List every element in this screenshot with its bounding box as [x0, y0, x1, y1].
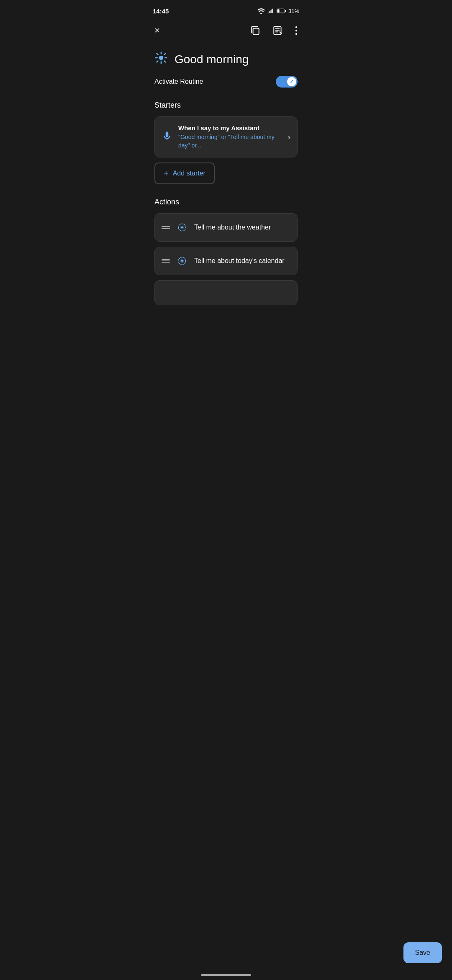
action-card-3-partial — [154, 280, 298, 305]
signal-icon — [267, 8, 274, 14]
assistant-icon-2 — [177, 255, 187, 266]
routine-name: Good morning — [175, 53, 249, 66]
action-text-2: Tell me about today's calendar — [194, 257, 290, 265]
svg-point-7 — [295, 33, 297, 35]
status-icons: 31% — [257, 8, 299, 14]
svg-rect-3 — [253, 28, 259, 35]
starters-section: Starters When I say to my Assistant "Goo… — [154, 101, 298, 184]
drag-line — [162, 226, 170, 227]
drag-line — [162, 259, 170, 260]
toolbar: × — [144, 20, 308, 44]
starter-card-title: When I say to my Assistant — [178, 124, 282, 132]
starter-card-subtitle: "Good morning" or "Tell me about my day"… — [178, 133, 282, 150]
drag-handle-2[interactable] — [162, 259, 170, 263]
svg-rect-2 — [285, 10, 286, 12]
action-card-1[interactable]: Tell me about the weather — [154, 213, 298, 242]
svg-line-14 — [164, 61, 166, 62]
toolbar-right — [248, 23, 299, 38]
routine-title: Good morning — [154, 51, 298, 67]
svg-point-5 — [295, 26, 297, 28]
activate-label: Activate Routine — [154, 78, 203, 85]
svg-rect-4 — [274, 26, 281, 35]
drag-handle-1[interactable] — [162, 226, 170, 229]
svg-point-22 — [181, 260, 183, 262]
wifi-icon — [257, 8, 265, 14]
close-button[interactable]: × — [153, 24, 162, 37]
add-starter-button[interactable]: + Add starter — [154, 162, 215, 184]
add-starter-label: Add starter — [173, 170, 205, 177]
status-bar: 14:45 31% — [144, 0, 308, 20]
svg-line-16 — [157, 61, 158, 62]
microphone-icon — [162, 130, 172, 144]
svg-line-13 — [157, 54, 158, 55]
toolbar-left: × — [153, 24, 162, 37]
starter-card-content: When I say to my Assistant "Good morning… — [178, 124, 282, 150]
action-text-1: Tell me about the weather — [194, 224, 290, 231]
battery-icon — [277, 8, 286, 13]
svg-line-15 — [164, 54, 166, 55]
actions-section-label: Actions — [154, 198, 298, 206]
voice-starter-card[interactable]: When I say to my Assistant "Good morning… — [154, 116, 298, 157]
svg-rect-1 — [277, 9, 279, 12]
activate-routine-row: Activate Routine ✓ — [154, 76, 298, 88]
status-time: 14:45 — [153, 8, 169, 15]
pin-to-home-button[interactable] — [271, 23, 285, 38]
actions-section: Actions Tell me about the weather — [154, 198, 298, 305]
main-content: Good morning Activate Routine ✓ Starters… — [144, 44, 308, 317]
duplicate-button[interactable] — [248, 23, 262, 38]
drag-line — [162, 228, 170, 230]
toggle-check-icon: ✓ — [290, 79, 294, 85]
battery-percent: 31% — [288, 8, 299, 14]
svg-point-19 — [181, 227, 183, 228]
svg-point-8 — [159, 56, 164, 60]
action-card-2[interactable]: Tell me about today's calendar — [154, 247, 298, 275]
drag-line — [162, 262, 170, 263]
svg-point-6 — [295, 30, 297, 31]
activate-toggle[interactable]: ✓ — [276, 76, 298, 88]
plus-icon: + — [164, 169, 169, 178]
more-options-button[interactable] — [293, 24, 299, 37]
starter-card-arrow-icon: › — [288, 133, 290, 142]
starters-section-label: Starters — [154, 101, 298, 110]
assistant-icon-1 — [177, 222, 187, 233]
sun-icon — [154, 51, 168, 67]
toggle-knob: ✓ — [287, 77, 296, 86]
